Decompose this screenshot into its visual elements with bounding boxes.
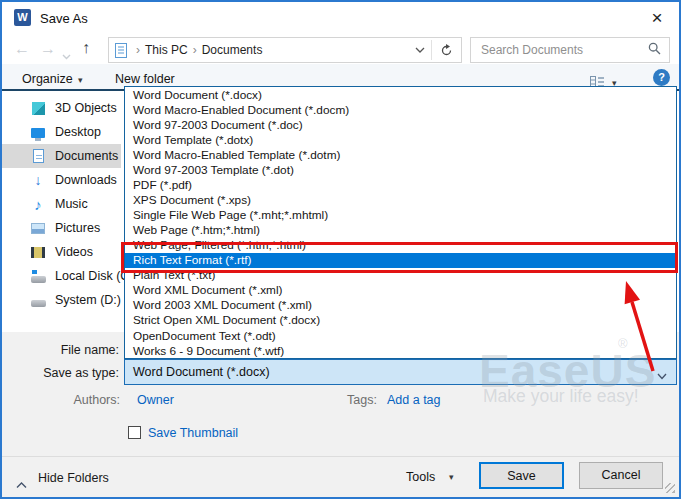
organize-caret-icon: ▾ [78, 75, 83, 85]
save-as-type-combobox[interactable]: Word Document (*.docx) [124, 359, 677, 385]
forward-button[interactable]: → [40, 40, 56, 58]
sidebar-item-icon [30, 148, 46, 164]
file-type-option-works-6-9-document-wtf[interactable]: Works 6 - 9 Document (*.wtf) [125, 343, 676, 358]
new-folder-button[interactable]: New folder [115, 72, 175, 86]
sidebar-item-documents[interactable]: Documents [2, 144, 121, 168]
search-input[interactable] [479, 42, 648, 58]
file-type-option-pdf-pdf[interactable]: PDF (*.pdf) [125, 177, 676, 192]
file-type-option-label: Works 6 - 9 Document (*.wtf) [133, 344, 284, 358]
navigation-sidebar: 3D Objects Desktop Documents Downloads M… [2, 96, 121, 312]
hide-folders-button[interactable]: Hide Folders [38, 471, 109, 485]
up-button[interactable]: ↑ [82, 39, 90, 57]
chevron-up-icon [16, 475, 27, 493]
refresh-icon[interactable] [440, 44, 453, 57]
file-type-option-label: Word Macro-Enabled Document (*.docm) [133, 103, 349, 117]
sidebar-item-icon [30, 172, 46, 188]
file-type-option-xps-document-xps[interactable]: XPS Document (*.xps) [125, 192, 676, 207]
sidebar-item-system-d[interactable]: System (D:) [2, 288, 121, 312]
tools-menu-button[interactable]: Tools [406, 470, 435, 484]
sidebar-item-videos[interactable]: Videos [2, 240, 121, 264]
file-type-option-label: Word Template (*.dotx) [133, 133, 253, 147]
file-type-option-web-page-htm-html[interactable]: Web Page (*.htm;*.html) [125, 223, 676, 238]
search-icon[interactable] [648, 41, 661, 59]
sidebar-item-local-disk-c[interactable]: Local Disk (C:) [2, 264, 121, 288]
save-as-dialog: Save As × ← → ↑ › This PC › Documents Or… [0, 0, 681, 499]
sidebar-item-icon [30, 100, 46, 116]
window-title: Save As [40, 11, 88, 26]
breadcrumb-documents[interactable]: Documents [202, 43, 263, 57]
file-type-option-word-template-dotx[interactable]: Word Template (*.dotx) [125, 132, 676, 147]
file-type-option-label: Word Macro-Enabled Template (*.dotm) [133, 148, 340, 162]
word-app-icon [14, 9, 31, 26]
save-as-type-label: Save as type: [2, 366, 119, 380]
add-a-tag-link[interactable]: Add a tag [387, 393, 441, 407]
sidebar-item-downloads[interactable]: Downloads [2, 168, 121, 192]
file-type-option-word-97-2003-document-doc[interactable]: Word 97-2003 Document (*.doc) [125, 117, 676, 132]
file-type-option-label: Single File Web Page (*.mht;*.mhtml) [133, 208, 328, 222]
organize-menu-button[interactable]: Organize ▾ [22, 72, 73, 86]
sidebar-item-label: Pictures [55, 221, 100, 235]
document-folder-icon [115, 43, 127, 58]
save-button[interactable]: Save [479, 462, 564, 489]
save-thumbnail-checkbox[interactable] [128, 426, 141, 439]
file-type-option-label: PDF (*.pdf) [133, 178, 192, 192]
breadcrumb-separator: › [136, 43, 140, 57]
search-box [470, 37, 670, 63]
file-type-option-word-97-2003-template-dot[interactable]: Word 97-2003 Template (*.dot) [125, 162, 676, 177]
file-type-option-label: Web Page, Filtered (*.htm;*.html) [133, 238, 306, 252]
file-type-option-opendocument-text-odt[interactable]: OpenDocument Text (*.odt) [125, 328, 676, 343]
recent-locations-chevron-icon[interactable] [62, 46, 71, 64]
breadcrumb-separator: › [193, 43, 197, 57]
address-bar[interactable]: › This PC › Documents [108, 37, 462, 63]
file-type-option-plain-text-txt[interactable]: Plain Text (*.txt) [125, 268, 676, 283]
sidebar-item-icon [30, 268, 46, 284]
file-type-option-word-xml-document-xml[interactable]: Word XML Document (*.xml) [125, 283, 676, 298]
file-type-option-single-file-web-page-mht-mhtml[interactable]: Single File Web Page (*.mht;*.mhtml) [125, 208, 676, 223]
authors-value-link[interactable]: Owner [137, 393, 174, 407]
tags-label: Tags: [347, 393, 377, 407]
resize-grip[interactable] [665, 483, 675, 493]
sidebar-item-label: Documents [55, 149, 118, 163]
sidebar-item-desktop[interactable]: Desktop [2, 120, 121, 144]
combo-chevron-down-icon[interactable] [657, 369, 667, 383]
file-type-option-label: Word Document (*.docx) [133, 88, 262, 102]
sidebar-item-icon [30, 196, 46, 212]
file-type-option-label: Word 2003 XML Document (*.xml) [133, 298, 312, 312]
file-type-option-label: XPS Document (*.xps) [133, 193, 251, 207]
file-type-option-label: Strict Open XML Document (*.docx) [133, 313, 320, 327]
save-as-type-value: Word Document (*.docx) [133, 365, 270, 379]
address-bar-divider [431, 40, 432, 60]
save-thumbnail-label[interactable]: Save Thumbnail [148, 426, 238, 440]
sidebar-item-label: System (D:) [55, 293, 121, 307]
sidebar-item-pictures[interactable]: Pictures [2, 216, 121, 240]
file-type-option-label: Word 97-2003 Template (*.dot) [133, 163, 294, 177]
file-type-option-word-document-docx[interactable]: Word Document (*.docx) [125, 87, 676, 102]
sidebar-item-icon [30, 244, 46, 260]
address-dropdown-chevron-icon[interactable] [415, 47, 425, 53]
file-type-option-label: Word 97-2003 Document (*.doc) [133, 118, 303, 132]
file-type-option-word-macro-enabled-template-dotm[interactable]: Word Macro-Enabled Template (*.dotm) [125, 147, 676, 162]
help-icon[interactable]: ? [653, 69, 670, 86]
file-type-option-label: Word XML Document (*.xml) [133, 283, 282, 297]
file-type-option-label: OpenDocument Text (*.odt) [133, 329, 276, 343]
sidebar-item-music[interactable]: Music [2, 192, 121, 216]
file-type-option-strict-open-xml-document-docx[interactable]: Strict Open XML Document (*.docx) [125, 313, 676, 328]
file-type-option-word-macro-enabled-document-docm[interactable]: Word Macro-Enabled Document (*.docm) [125, 102, 676, 117]
cancel-button[interactable]: Cancel [579, 462, 663, 489]
file-name-label: File name: [2, 343, 119, 357]
title-bar: Save As × [2, 2, 679, 34]
sidebar-item-label: Music [55, 197, 88, 211]
sidebar-item-icon [30, 220, 46, 236]
breadcrumb-this-pc[interactable]: This PC [145, 43, 188, 57]
file-type-option-web-page-filtered-htm-html[interactable]: Web Page, Filtered (*.htm;*.html) [125, 238, 676, 253]
sidebar-item-label: 3D Objects [55, 101, 117, 115]
file-type-option-word-2003-xml-document-xml[interactable]: Word 2003 XML Document (*.xml) [125, 298, 676, 313]
sidebar-item-icon [30, 124, 46, 140]
back-button[interactable]: ← [14, 40, 30, 58]
file-type-option-rich-text-format-rtf[interactable]: Rich Text Format (*.rtf) [125, 253, 676, 268]
footer-divider [2, 456, 679, 457]
authors-label: Authors: [2, 393, 120, 407]
sidebar-item-label: Downloads [55, 173, 117, 187]
close-icon[interactable]: × [641, 5, 673, 31]
sidebar-item-3d-objects[interactable]: 3D Objects [2, 96, 121, 120]
